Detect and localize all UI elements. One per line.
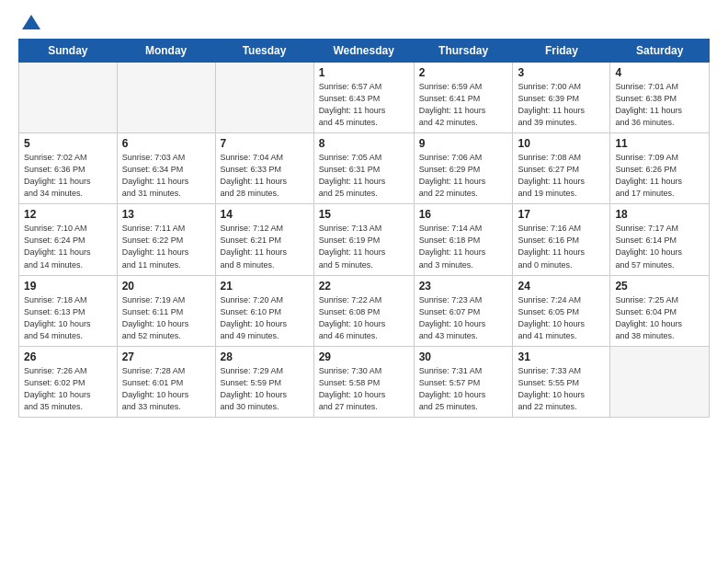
day-info: Sunrise: 6:59 AM Sunset: 6:41 PM Dayligh… xyxy=(419,81,508,129)
day-number: 27 xyxy=(122,350,210,363)
day-info: Sunrise: 7:08 AM Sunset: 6:27 PM Dayligh… xyxy=(518,152,605,200)
day-info: Sunrise: 7:03 AM Sunset: 6:34 PM Dayligh… xyxy=(122,152,210,200)
calendar-week-4: 19Sunrise: 7:18 AM Sunset: 6:13 PM Dayli… xyxy=(19,275,710,346)
calendar-header-sunday: Sunday xyxy=(19,40,118,63)
day-info: Sunrise: 7:11 AM Sunset: 6:22 PM Dayligh… xyxy=(122,223,210,270)
calendar-cell xyxy=(117,63,215,133)
day-info: Sunrise: 7:16 AM Sunset: 6:16 PM Dayligh… xyxy=(518,223,605,270)
calendar-cell: 4Sunrise: 7:01 AM Sunset: 6:38 PM Daylig… xyxy=(610,63,710,133)
day-number: 21 xyxy=(221,280,309,293)
day-number: 16 xyxy=(419,208,508,221)
calendar-cell: 31Sunrise: 7:33 AM Sunset: 5:55 PM Dayli… xyxy=(513,346,610,417)
calendar-cell: 8Sunrise: 7:05 AM Sunset: 6:31 PM Daylig… xyxy=(313,133,414,204)
calendar-cell: 24Sunrise: 7:24 AM Sunset: 6:05 PM Dayli… xyxy=(513,275,610,346)
calendar-header-thursday: Thursday xyxy=(414,40,513,63)
day-info: Sunrise: 7:05 AM Sunset: 6:31 PM Dayligh… xyxy=(319,152,409,200)
day-info: Sunrise: 7:26 AM Sunset: 6:02 PM Dayligh… xyxy=(24,365,112,413)
calendar-week-1: 1Sunrise: 6:57 AM Sunset: 6:43 PM Daylig… xyxy=(19,63,710,133)
day-number: 24 xyxy=(518,280,605,293)
calendar-cell: 28Sunrise: 7:29 AM Sunset: 5:59 PM Dayli… xyxy=(215,346,313,417)
calendar-cell: 17Sunrise: 7:16 AM Sunset: 6:16 PM Dayli… xyxy=(513,204,610,275)
day-number: 29 xyxy=(319,350,409,363)
day-info: Sunrise: 7:18 AM Sunset: 6:13 PM Dayligh… xyxy=(24,294,112,342)
day-number: 14 xyxy=(221,208,309,221)
calendar-cell xyxy=(610,346,710,417)
day-info: Sunrise: 7:14 AM Sunset: 6:18 PM Dayligh… xyxy=(419,223,508,270)
calendar-cell xyxy=(19,63,118,133)
day-info: Sunrise: 7:23 AM Sunset: 6:07 PM Dayligh… xyxy=(419,294,508,342)
day-number: 18 xyxy=(615,208,704,221)
day-number: 28 xyxy=(221,350,309,363)
day-info: Sunrise: 7:09 AM Sunset: 6:26 PM Dayligh… xyxy=(615,152,704,200)
day-info: Sunrise: 7:33 AM Sunset: 5:55 PM Dayligh… xyxy=(518,365,605,413)
day-number: 1 xyxy=(319,66,409,79)
day-number: 8 xyxy=(319,137,409,150)
calendar-cell: 18Sunrise: 7:17 AM Sunset: 6:14 PM Dayli… xyxy=(610,204,710,275)
calendar-cell: 22Sunrise: 7:22 AM Sunset: 6:08 PM Dayli… xyxy=(313,275,414,346)
day-info: Sunrise: 7:02 AM Sunset: 6:36 PM Dayligh… xyxy=(24,152,112,200)
calendar-table: SundayMondayTuesdayWednesdayThursdayFrid… xyxy=(18,39,710,418)
calendar-cell xyxy=(215,63,313,133)
day-info: Sunrise: 7:01 AM Sunset: 6:38 PM Dayligh… xyxy=(615,81,704,129)
day-info: Sunrise: 7:19 AM Sunset: 6:11 PM Dayligh… xyxy=(122,294,210,342)
header xyxy=(18,15,710,31)
day-number: 4 xyxy=(615,66,704,79)
day-info: Sunrise: 7:24 AM Sunset: 6:05 PM Dayligh… xyxy=(518,294,605,342)
calendar-cell: 11Sunrise: 7:09 AM Sunset: 6:26 PM Dayli… xyxy=(610,133,710,204)
day-info: Sunrise: 7:17 AM Sunset: 6:14 PM Dayligh… xyxy=(615,223,704,270)
calendar-cell: 19Sunrise: 7:18 AM Sunset: 6:13 PM Dayli… xyxy=(19,275,118,346)
day-number: 31 xyxy=(518,350,605,363)
logo-icon xyxy=(20,13,42,35)
day-info: Sunrise: 7:12 AM Sunset: 6:21 PM Dayligh… xyxy=(221,223,309,270)
calendar-cell: 13Sunrise: 7:11 AM Sunset: 6:22 PM Dayli… xyxy=(117,204,215,275)
day-info: Sunrise: 6:57 AM Sunset: 6:43 PM Dayligh… xyxy=(319,81,409,129)
calendar-week-5: 26Sunrise: 7:26 AM Sunset: 6:02 PM Dayli… xyxy=(19,346,710,417)
day-number: 26 xyxy=(24,350,112,363)
day-info: Sunrise: 7:13 AM Sunset: 6:19 PM Dayligh… xyxy=(319,223,409,270)
calendar-cell: 14Sunrise: 7:12 AM Sunset: 6:21 PM Dayli… xyxy=(215,204,313,275)
calendar-cell: 12Sunrise: 7:10 AM Sunset: 6:24 PM Dayli… xyxy=(19,204,118,275)
calendar-cell: 16Sunrise: 7:14 AM Sunset: 6:18 PM Dayli… xyxy=(414,204,513,275)
calendar-cell: 5Sunrise: 7:02 AM Sunset: 6:36 PM Daylig… xyxy=(19,133,118,204)
calendar-cell: 7Sunrise: 7:04 AM Sunset: 6:33 PM Daylig… xyxy=(215,133,313,204)
day-number: 10 xyxy=(518,137,605,150)
day-number: 15 xyxy=(319,208,409,221)
day-info: Sunrise: 7:25 AM Sunset: 6:04 PM Dayligh… xyxy=(615,294,704,342)
calendar-cell: 20Sunrise: 7:19 AM Sunset: 6:11 PM Dayli… xyxy=(117,275,215,346)
day-number: 12 xyxy=(24,208,112,221)
calendar-page: SundayMondayTuesdayWednesdayThursdayFrid… xyxy=(0,0,728,563)
calendar-week-3: 12Sunrise: 7:10 AM Sunset: 6:24 PM Dayli… xyxy=(19,204,710,275)
calendar-header-row: SundayMondayTuesdayWednesdayThursdayFrid… xyxy=(19,40,710,63)
day-number: 19 xyxy=(24,280,112,293)
calendar-header-friday: Friday xyxy=(513,40,610,63)
calendar-week-2: 5Sunrise: 7:02 AM Sunset: 6:36 PM Daylig… xyxy=(19,133,710,204)
day-number: 25 xyxy=(615,280,704,293)
day-info: Sunrise: 7:22 AM Sunset: 6:08 PM Dayligh… xyxy=(319,294,409,342)
calendar-cell: 23Sunrise: 7:23 AM Sunset: 6:07 PM Dayli… xyxy=(414,275,513,346)
calendar-cell: 6Sunrise: 7:03 AM Sunset: 6:34 PM Daylig… xyxy=(117,133,215,204)
calendar-cell: 30Sunrise: 7:31 AM Sunset: 5:57 PM Dayli… xyxy=(414,346,513,417)
logo xyxy=(18,15,42,31)
day-info: Sunrise: 7:04 AM Sunset: 6:33 PM Dayligh… xyxy=(221,152,309,200)
day-info: Sunrise: 7:30 AM Sunset: 5:58 PM Dayligh… xyxy=(319,365,409,413)
calendar-header-saturday: Saturday xyxy=(610,40,710,63)
day-number: 5 xyxy=(24,137,112,150)
calendar-cell: 25Sunrise: 7:25 AM Sunset: 6:04 PM Dayli… xyxy=(610,275,710,346)
svg-marker-0 xyxy=(22,15,40,29)
day-number: 13 xyxy=(122,208,210,221)
calendar-header-monday: Monday xyxy=(117,40,215,63)
day-number: 11 xyxy=(615,137,704,150)
day-info: Sunrise: 7:31 AM Sunset: 5:57 PM Dayligh… xyxy=(419,365,508,413)
calendar-cell: 9Sunrise: 7:06 AM Sunset: 6:29 PM Daylig… xyxy=(414,133,513,204)
day-number: 30 xyxy=(419,350,508,363)
day-number: 22 xyxy=(319,280,409,293)
day-number: 3 xyxy=(518,66,605,79)
day-number: 9 xyxy=(419,137,508,150)
day-number: 17 xyxy=(518,208,605,221)
calendar-cell: 15Sunrise: 7:13 AM Sunset: 6:19 PM Dayli… xyxy=(313,204,414,275)
day-number: 23 xyxy=(419,280,508,293)
calendar-header-tuesday: Tuesday xyxy=(215,40,313,63)
calendar-cell: 29Sunrise: 7:30 AM Sunset: 5:58 PM Dayli… xyxy=(313,346,414,417)
day-number: 7 xyxy=(221,137,309,150)
calendar-cell: 2Sunrise: 6:59 AM Sunset: 6:41 PM Daylig… xyxy=(414,63,513,133)
